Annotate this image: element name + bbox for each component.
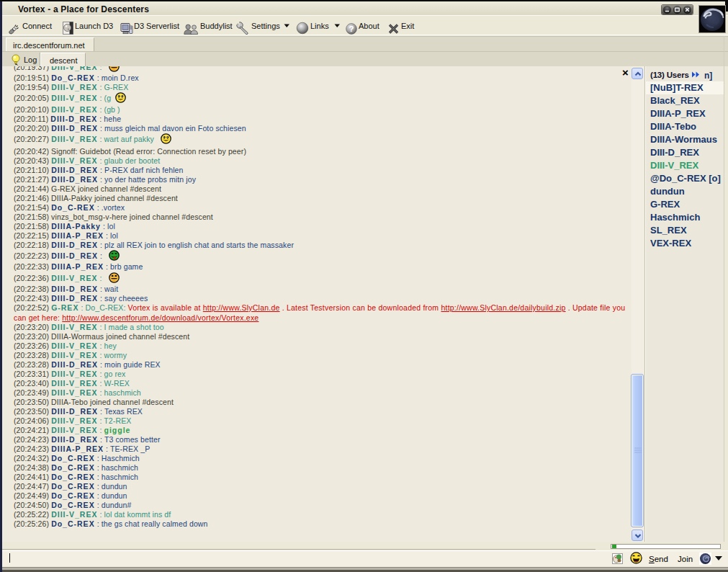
- svg-text:?: ?: [349, 24, 354, 33]
